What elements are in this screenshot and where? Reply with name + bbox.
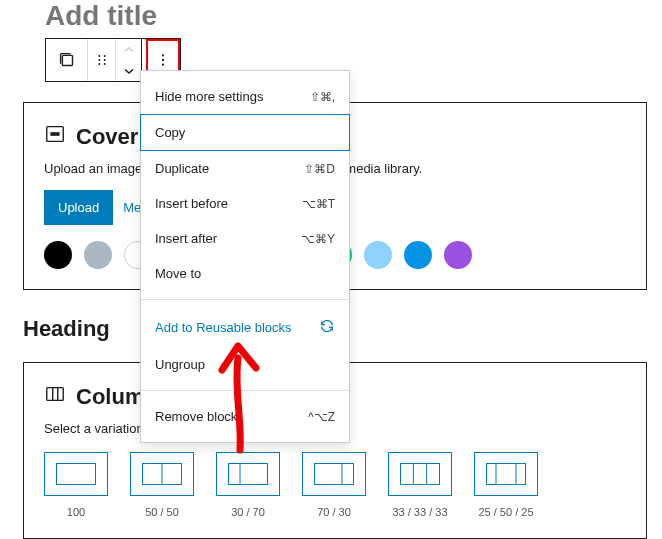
menu-item-label: Remove block <box>155 409 237 424</box>
svg-point-4 <box>103 55 105 57</box>
svg-rect-0 <box>62 55 72 65</box>
menu-shortcut: ^⌥Z <box>308 410 335 424</box>
variation-label: 50 / 50 <box>145 506 179 518</box>
svg-point-3 <box>98 63 100 65</box>
svg-point-8 <box>162 59 164 61</box>
transform-button[interactable] <box>46 39 88 81</box>
block-options-menu: Hide more settings⇧⌘,CopyDuplicate⇧⌘DIns… <box>140 70 350 443</box>
menu-item[interactable]: Insert after⌥⌘Y <box>141 221 349 256</box>
svg-rect-20 <box>315 464 354 485</box>
svg-point-1 <box>98 55 100 57</box>
svg-point-7 <box>162 54 164 56</box>
menu-item-label: Insert after <box>155 231 217 246</box>
menu-shortcut: ⌥⌘T <box>302 197 335 211</box>
variation-label: 70 / 30 <box>317 506 351 518</box>
menu-item[interactable]: Duplicate⇧⌘D <box>141 151 349 186</box>
color-swatch[interactable] <box>44 241 72 269</box>
menu-shortcut: ⇧⌘, <box>310 90 335 104</box>
menu-shortcut: ⇧⌘D <box>304 162 335 176</box>
menu-item[interactable]: Move to <box>141 256 349 291</box>
variation-option[interactable] <box>474 452 538 496</box>
variation-option[interactable] <box>44 452 108 496</box>
svg-rect-12 <box>47 388 64 401</box>
drag-handle[interactable] <box>88 39 116 81</box>
menu-item-label: Copy <box>155 125 185 140</box>
menu-item[interactable]: Insert before⌥⌘T <box>141 186 349 221</box>
upload-button[interactable]: Upload <box>44 190 113 225</box>
variation-option[interactable] <box>130 452 194 496</box>
menu-item[interactable]: Hide more settings⇧⌘, <box>141 79 349 114</box>
variation-label: 100 <box>67 506 85 518</box>
cover-icon <box>44 123 66 151</box>
svg-point-6 <box>103 63 105 65</box>
menu-item-label: Move to <box>155 266 201 281</box>
variation-label: 33 / 33 / 33 <box>392 506 447 518</box>
variation-option[interactable] <box>388 452 452 496</box>
svg-rect-11 <box>50 132 59 136</box>
move-up-button[interactable] <box>116 39 141 60</box>
menu-item[interactable]: Copy <box>140 114 350 151</box>
color-swatch[interactable] <box>404 241 432 269</box>
menu-item-label: Ungroup <box>155 357 205 372</box>
columns-icon <box>44 383 66 411</box>
variation-label: 25 / 50 / 25 <box>478 506 533 518</box>
page-title[interactable]: Add title <box>15 0 647 32</box>
menu-item-label: Duplicate <box>155 161 209 176</box>
column-variations: 10050 / 5030 / 7070 / 3033 / 33 / 3325 /… <box>44 452 626 518</box>
color-swatch[interactable] <box>444 241 472 269</box>
menu-item-label: Hide more settings <box>155 89 263 104</box>
svg-rect-22 <box>401 464 440 485</box>
svg-rect-15 <box>57 464 96 485</box>
color-swatch[interactable] <box>84 241 112 269</box>
svg-rect-25 <box>487 464 526 485</box>
menu-item-label: Add to Reusable blocks <box>155 320 292 335</box>
rotate-icon <box>319 318 335 337</box>
svg-point-9 <box>162 64 164 66</box>
color-swatch[interactable] <box>364 241 392 269</box>
variation-option[interactable] <box>216 452 280 496</box>
move-down-button[interactable] <box>116 60 141 81</box>
svg-point-2 <box>98 59 100 61</box>
menu-item[interactable]: Add to Reusable blocks <box>141 308 349 347</box>
menu-item-label: Insert before <box>155 196 228 211</box>
svg-rect-18 <box>229 464 268 485</box>
menu-item[interactable]: Ungroup <box>141 347 349 382</box>
cover-title: Cover <box>76 124 138 150</box>
svg-point-5 <box>103 59 105 61</box>
variation-option[interactable] <box>302 452 366 496</box>
menu-shortcut: ⌥⌘Y <box>301 232 335 246</box>
variation-label: 30 / 70 <box>231 506 265 518</box>
menu-item[interactable]: Remove block^⌥Z <box>141 399 349 434</box>
